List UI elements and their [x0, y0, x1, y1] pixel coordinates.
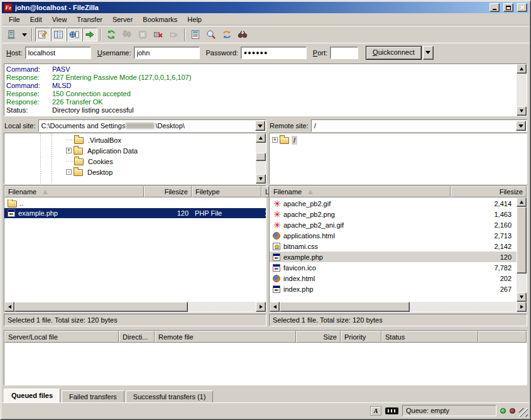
disconnect-button[interactable] — [151, 28, 166, 41]
scroll-left-button[interactable] — [4, 302, 14, 312]
minimize-button[interactable] — [490, 3, 500, 12]
scroll-down-button[interactable] — [517, 106, 527, 116]
folder-icon — [8, 201, 17, 207]
username-input[interactable] — [134, 47, 200, 59]
remote-list-scrollbar[interactable] — [517, 197, 527, 302]
resize-grip[interactable] — [519, 408, 528, 417]
local-path-dropdown-button[interactable] — [255, 121, 265, 131]
filter-icon — [190, 30, 200, 40]
menu-server[interactable]: Server — [107, 14, 138, 25]
speed-limits-icon[interactable] — [385, 407, 398, 414]
file-row[interactable]: ✳apache_pb2_ani.gif 2,160 — [270, 219, 517, 230]
toggle-remote-tree-button[interactable] — [67, 28, 82, 41]
maximize-button[interactable] — [503, 3, 513, 12]
site-manager-dropdown-button[interactable] — [20, 28, 29, 41]
toggle-transfer-queue-button[interactable] — [82, 28, 97, 41]
file-row-selected[interactable]: example.php 120 PHP File 1 — [4, 208, 266, 218]
column-header-priority[interactable]: Priority — [341, 331, 381, 343]
log-text: PASV — [52, 65, 70, 74]
queue-header: Server/Local file Directi... Remote file… — [4, 331, 527, 343]
synchronized-browsing-button[interactable] — [219, 28, 234, 41]
column-header-status[interactable]: Status — [381, 331, 478, 343]
scroll-up-button[interactable] — [517, 197, 527, 207]
scroll-right-button[interactable] — [517, 302, 527, 312]
scroll-down-button[interactable] — [517, 292, 527, 302]
scroll-right-button[interactable] — [256, 302, 266, 312]
column-header-filename[interactable]: Filename — [270, 186, 451, 197]
column-header-filetype[interactable]: Filetype — [192, 186, 261, 197]
scroll-down-button[interactable] — [256, 174, 266, 184]
host-input[interactable] — [25, 47, 91, 59]
file-row[interactable]: index.php 267 — [270, 284, 517, 294]
menu-view[interactable]: View — [47, 14, 72, 25]
column-header-direction[interactable]: Directi... — [119, 331, 155, 343]
sort-ascending-icon — [43, 190, 48, 194]
local-list-hscrollbar[interactable] — [4, 302, 266, 312]
file-row[interactable]: applications.html 2,713 — [270, 230, 517, 241]
tab-successful-transfers[interactable]: Successful transfers (1) — [126, 390, 214, 402]
column-header-size[interactable]: Size — [296, 331, 341, 343]
quickconnect-dropdown-button[interactable] — [423, 46, 434, 60]
file-row[interactable]: index.html 202 — [270, 273, 517, 284]
scrollbar-thumb[interactable] — [14, 302, 188, 312]
tree-item[interactable]: Cookies — [4, 156, 255, 167]
menu-edit[interactable]: Edit — [25, 14, 47, 25]
remote-path-combobox[interactable]: / — [311, 119, 527, 132]
scrollbar-thumb[interactable] — [256, 153, 266, 161]
file-row-selected[interactable]: example.php 120 — [270, 251, 517, 262]
tree-item[interactable]: + / — [270, 135, 527, 145]
site-manager-button[interactable] — [4, 28, 19, 41]
local-list-body: .. example.php 120 PHP File 1 — [4, 197, 266, 302]
filter-button[interactable] — [188, 28, 203, 41]
column-header-filesize[interactable]: Filesize — [451, 186, 527, 197]
title-bar[interactable]: Fz john@localhost - FileZilla × — [2, 2, 529, 13]
close-button[interactable]: × — [517, 3, 527, 12]
column-header-server-local-file[interactable]: Server/Local file — [4, 331, 119, 343]
column-header-last-modified[interactable]: L — [261, 186, 269, 197]
filezilla-logo-icon: Fz — [4, 3, 13, 12]
file-row[interactable]: bitnami.css 2,142 — [270, 241, 517, 251]
tab-failed-transfers[interactable]: Failed transfers — [62, 390, 124, 402]
menu-help[interactable]: Help — [182, 14, 207, 25]
log-scrollbar[interactable] — [517, 64, 527, 116]
tab-queued-files[interactable]: Queued files — [4, 389, 60, 402]
toggle-message-log-button[interactable] — [35, 28, 50, 41]
refresh-button[interactable] — [104, 28, 119, 41]
local-tree-scrollbar[interactable] — [256, 133, 266, 184]
local-path-combobox[interactable]: C:\Documents and Settings\Desktop\ — [38, 119, 266, 132]
quickconnect-button[interactable]: Quickconnect — [366, 46, 422, 60]
directory-comparison-button[interactable] — [204, 28, 219, 41]
scrollbar-thumb[interactable] — [517, 207, 527, 274]
expand-icon[interactable]: + — [66, 148, 72, 153]
tree-item[interactable]: - Desktop — [4, 167, 255, 177]
transfer-type-icon[interactable]: A — [370, 406, 381, 416]
column-header-filesize[interactable]: Filesize — [144, 186, 192, 197]
html-file-icon — [273, 232, 280, 240]
expand-icon[interactable]: + — [272, 137, 278, 143]
file-row[interactable]: favicon.ico 7,782 — [270, 262, 517, 273]
menu-bookmarks[interactable]: Bookmarks — [138, 14, 182, 25]
menu-transfer[interactable]: Transfer — [72, 14, 107, 25]
scroll-left-button[interactable] — [270, 302, 280, 312]
file-row[interactable]: ✳apache_pb2.gif 2,414 — [270, 198, 517, 209]
menu-file[interactable]: File — [4, 14, 25, 25]
find-files-button[interactable] — [235, 28, 250, 41]
remote-list-header: Filename Filesize — [270, 186, 527, 197]
tree-item-label: / — [292, 136, 297, 145]
process-queue-button — [119, 28, 134, 41]
tree-item[interactable]: + Application Data — [4, 145, 255, 156]
scrollbar-thumb[interactable] — [280, 302, 410, 312]
collapse-icon[interactable]: - — [66, 169, 72, 175]
column-header-remote-file[interactable]: Remote file — [155, 331, 296, 343]
toggle-local-tree-button[interactable] — [51, 28, 66, 41]
column-header-filename[interactable]: Filename — [4, 186, 144, 197]
remote-list-hscrollbar[interactable] — [270, 302, 527, 312]
remote-path-dropdown-button[interactable] — [516, 121, 526, 131]
password-input[interactable] — [241, 47, 307, 59]
file-row[interactable]: .. — [4, 198, 266, 208]
tree-item[interactable]: .VirtualBox — [4, 135, 255, 145]
port-input[interactable] — [330, 47, 358, 59]
scroll-up-button[interactable] — [517, 64, 527, 74]
scroll-up-button[interactable] — [256, 133, 266, 143]
file-row[interactable]: ✳apache_pb2.png 1,463 — [270, 209, 517, 219]
